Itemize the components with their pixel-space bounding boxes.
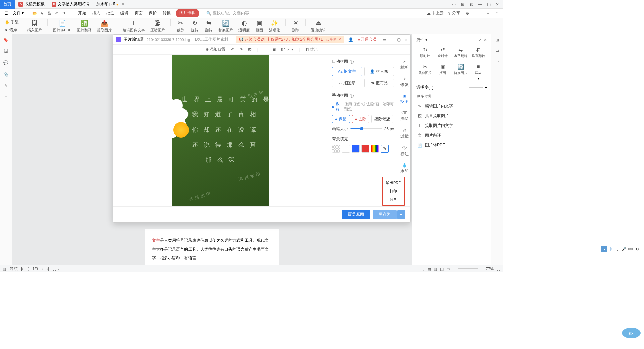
bookmark-icon[interactable]: 🔖 [3, 37, 9, 43]
ribbon-tool-1[interactable]: 📄图片转PDF [52, 19, 73, 33]
editor-close-icon[interactable]: ✕ [404, 37, 408, 42]
sidebar-toggle[interactable]: ▥ [3, 267, 6, 271]
tab-filter[interactable]: ◎滤镜 [400, 126, 409, 141]
comment-icon[interactable]: 💬 [3, 60, 9, 66]
ribbon-tool-12[interactable]: ✨清晰化 [268, 19, 281, 33]
file-menu[interactable]: 文件 ▾ [11, 10, 26, 16]
view-facing-icon[interactable]: ▥ [434, 267, 437, 271]
view-single-icon[interactable]: ▯ [422, 267, 425, 271]
add-tab-button[interactable]: + [128, 0, 138, 9]
ribbon-tool-6[interactable]: ✂裁剪 [175, 19, 186, 33]
cutout-shape-button[interactable]: ▱ 抠图形 [332, 79, 362, 87]
save-icon[interactable]: 🖨 [39, 10, 45, 16]
promo-banner[interactable]: 📢 超级会员2年卡仅需¥278，加送2个月会员+1T云空间 ✕ [236, 36, 344, 43]
saveas-button[interactable]: 另存为 [373, 210, 397, 219]
undo-icon[interactable]: ↶ [54, 10, 60, 16]
window-icon[interactable]: ▭ [474, 10, 480, 16]
zoom-out-button[interactable]: − [453, 267, 455, 271]
rotate-ccw-button[interactable]: ↺逆时针 [434, 45, 452, 60]
dd-export-pdf[interactable]: 输出PDF [383, 179, 404, 187]
tab-repair[interactable]: ✧修复 [400, 74, 409, 90]
ribbon-tool-3[interactable]: 📤提取图片 [96, 19, 113, 33]
info-icon[interactable]: i [350, 94, 354, 98]
layout-icon[interactable]: ▭ [451, 1, 457, 7]
more-translate[interactable]: 文图片翻译 [416, 131, 487, 140]
zoom-value[interactable]: 77% [486, 267, 494, 271]
tab-document[interactable]: P 文字是人类用符号…_加水印.pdf ● ✕ [48, 0, 128, 9]
actual-button[interactable]: ▣ [272, 47, 276, 52]
cutout-text-button[interactable]: Aa 抠文字 [332, 67, 362, 76]
opacity-control[interactable]: 透明度(T) —+ [416, 85, 487, 90]
tutorial-link[interactable]: ▶ 教程 [332, 101, 342, 112]
original-button[interactable]: 🖼 [248, 48, 252, 52]
saveas-dropdown-toggle[interactable]: ▾ [397, 210, 405, 219]
layers-icon[interactable]: ≡ [3, 94, 9, 100]
grid-icon[interactable]: ⊞ [460, 1, 466, 7]
signature-icon[interactable]: ✎ [3, 83, 9, 89]
user-avatar-icon[interactable]: ◐ [468, 1, 474, 7]
tab-annotate[interactable]: Ⓐ标注 [400, 143, 409, 159]
editor-menu-icon[interactable]: ☰ [383, 37, 386, 42]
thumbnail-icon[interactable]: 🖼 [3, 48, 9, 54]
swatch-blue[interactable] [352, 145, 360, 153]
tab-erase[interactable]: ⌫消除 [400, 109, 409, 124]
ribbon-tool-11[interactable]: ▣抠图 [254, 19, 265, 33]
editor-canvas[interactable]: 世 界 上 最 可 笑 的 是 我 知 道 了 真 相 你 却 还 在 说 谎 … [113, 55, 328, 206]
ribbon-tool-5[interactable]: 🗜压缩图片 [149, 19, 166, 33]
crop-image-button[interactable]: ✂裁剪图片 [416, 62, 434, 82]
last-page-button[interactable]: ⟩| [46, 267, 49, 271]
first-page-button[interactable]: |⟨ [21, 267, 24, 271]
hand-tool[interactable]: ✋手型 [3, 19, 20, 26]
layer-button[interactable]: ≡层级 ▾ [469, 62, 487, 82]
ribbon-tab-insert[interactable]: 插入 [92, 9, 101, 17]
attachment-icon[interactable]: 📎 [3, 71, 9, 77]
zoom-in-button[interactable]: + [481, 267, 483, 271]
tab-crop[interactable]: ✂裁剪 [400, 57, 409, 72]
compare-button[interactable]: ◧ 对比 [305, 47, 318, 52]
remove-button[interactable]: ● 去除 [352, 115, 370, 123]
hamburger-icon[interactable]: ☰ [3, 11, 9, 16]
ribbon-tool-13[interactable]: ✕删除 [290, 19, 301, 33]
more-to-pdf[interactable]: 📄图片转PDF [416, 140, 487, 150]
ribbon-tool-7[interactable]: ↻旋转 [189, 19, 200, 33]
nav-label[interactable]: 导航 [10, 266, 18, 272]
convert-icon[interactable]: ⇄ [494, 48, 500, 54]
tab-template[interactable]: D 找稻壳模板 [15, 0, 48, 9]
ribbon-tool-8[interactable]: ⇋翻转 [203, 19, 214, 33]
next-page-button[interactable]: ⟩ [41, 267, 43, 271]
tools-icon[interactable]: ⊞ [494, 37, 500, 43]
rotate-cw-button[interactable]: ↻顺时针 [416, 45, 434, 60]
view-book-icon[interactable]: ◫ [440, 267, 444, 271]
add-background-button[interactable]: ⊕ 添加背景 [206, 47, 226, 52]
reading-mode-icon[interactable]: ▭ [446, 267, 450, 271]
maximize-icon[interactable]: ▢ [486, 1, 492, 7]
fullscreen-icon[interactable]: ⛶ [496, 267, 500, 271]
swatch-transparent[interactable] [332, 145, 340, 153]
vip-link[interactable]: ♦ 开通会员 [358, 37, 377, 42]
info-icon[interactable]: i [350, 60, 354, 64]
fit-toggle[interactable]: ⛶ ▾ [52, 267, 59, 271]
select-tool[interactable]: ➤选择 [3, 26, 20, 33]
gear-icon[interactable]: ⚙ [464, 10, 470, 16]
overwrite-button[interactable]: 覆盖原图 [342, 210, 370, 219]
undo-button[interactable]: ↶ [231, 47, 234, 52]
swatch-rainbow[interactable] [371, 145, 379, 153]
share-button[interactable]: ⇪分享 [448, 10, 460, 16]
tab-cutout[interactable]: ▣抠图 [400, 92, 409, 107]
view-continuous-icon[interactable]: ▤ [427, 267, 431, 271]
brush-size-slider[interactable]: 画笔大小 36 px [332, 126, 394, 132]
dd-print[interactable]: 打印 [383, 187, 404, 195]
ribbon-tool-14[interactable]: ⏏退出编辑 [310, 19, 327, 33]
redo-icon[interactable]: ↷ [61, 10, 67, 16]
zoom-value[interactable]: 94 % ▾ [281, 47, 293, 52]
more-batch-extract[interactable]: 🖼批量提取图片 [416, 111, 487, 121]
fit-button[interactable]: ⛶ [263, 48, 267, 52]
ribbon-tab-image-edit[interactable]: 图片编辑 [176, 9, 199, 17]
box-icon[interactable]: ▭ [494, 58, 500, 64]
more-edit-text[interactable]: ✎编辑图片内文字 [416, 101, 487, 111]
redo-button[interactable]: ↷ [239, 47, 243, 52]
panel-close-icon[interactable]: ✕ [484, 38, 487, 42]
tab-watermark[interactable]: 💧水印 [400, 161, 409, 176]
flip-h-button[interactable]: ⇋水平翻转 [452, 45, 470, 60]
close-icon[interactable]: ✕ [494, 1, 500, 7]
